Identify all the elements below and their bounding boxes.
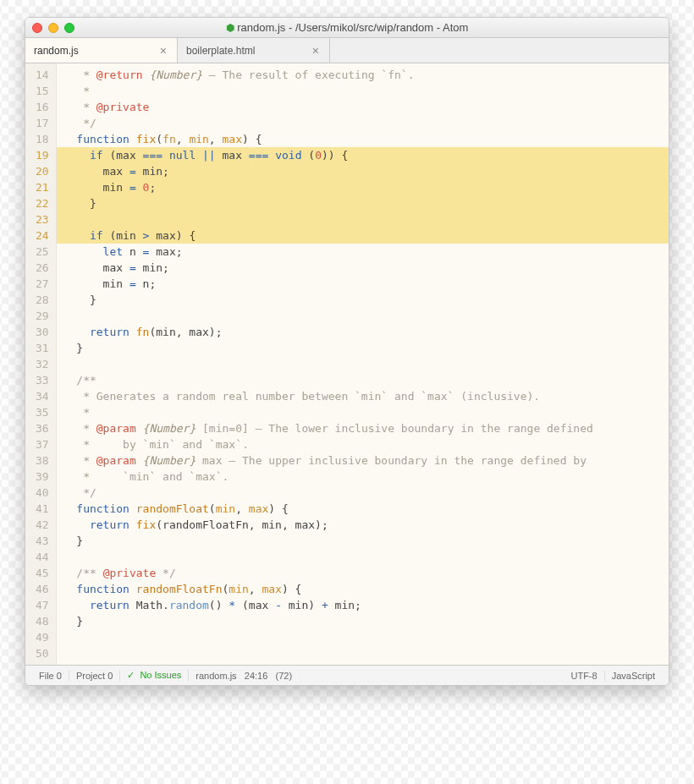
code-line[interactable]: if (max === null || max === void (0)) { bbox=[57, 147, 669, 163]
line-number[interactable]: 20 bbox=[36, 163, 49, 179]
line-number[interactable]: 38 bbox=[36, 452, 49, 469]
code-line[interactable]: /** @private */ bbox=[57, 565, 669, 581]
close-icon[interactable]: × bbox=[158, 44, 168, 58]
line-number[interactable]: 24 bbox=[36, 228, 49, 244]
code-line[interactable]: * `min` and `max`. bbox=[57, 469, 669, 485]
line-number[interactable]: 46 bbox=[36, 581, 49, 597]
line-number[interactable]: 23 bbox=[36, 211, 49, 228]
code-line[interactable]: } bbox=[57, 195, 669, 211]
code-line[interactable]: * @param {Number} max – The upper inclus… bbox=[57, 452, 669, 469]
minimize-icon[interactable] bbox=[48, 23, 58, 33]
code-line[interactable] bbox=[57, 549, 669, 565]
close-icon[interactable] bbox=[32, 23, 42, 33]
status-issues[interactable]: ✓ No Issues bbox=[120, 670, 189, 681]
line-number[interactable]: 43 bbox=[36, 533, 49, 549]
tab-random-js[interactable]: random.js× bbox=[25, 38, 178, 63]
line-number[interactable]: 48 bbox=[36, 613, 49, 629]
line-number[interactable]: 30 bbox=[36, 324, 49, 340]
line-number[interactable]: 22 bbox=[36, 195, 49, 211]
code-line[interactable] bbox=[57, 629, 669, 645]
code-line[interactable]: if (min > max) { bbox=[57, 228, 669, 244]
status-project[interactable]: Project 0 bbox=[69, 671, 120, 681]
code-line[interactable]: */ bbox=[57, 115, 669, 131]
titlebar[interactable]: ⬢ random.js - /Users/mikol/src/wip/rando… bbox=[25, 18, 669, 38]
code-line[interactable]: min = n; bbox=[57, 276, 669, 292]
status-cursor[interactable]: random.js 24:16 (72) bbox=[189, 671, 299, 681]
status-bar: File 0 Project 0 ✓ No Issues random.js 2… bbox=[25, 665, 669, 685]
line-number[interactable]: 40 bbox=[36, 485, 49, 501]
code-line[interactable]: * @return {Number} – The result of execu… bbox=[57, 67, 669, 83]
close-icon[interactable]: × bbox=[311, 44, 321, 58]
line-number[interactable]: 15 bbox=[36, 83, 49, 99]
code-token: * bbox=[63, 85, 90, 97]
status-encoding[interactable]: UTF-8 bbox=[564, 671, 604, 681]
code-line[interactable]: function randomFloat(min, max) { bbox=[57, 501, 669, 517]
line-number[interactable]: 50 bbox=[36, 645, 49, 661]
line-number[interactable]: 37 bbox=[36, 436, 49, 452]
code-line[interactable]: * by `min` and `max`. bbox=[57, 436, 669, 452]
code-token: randomFloat bbox=[136, 502, 209, 515]
line-number[interactable]: 14 bbox=[36, 67, 49, 83]
code-line[interactable]: max = min; bbox=[57, 163, 669, 179]
line-number[interactable]: 42 bbox=[36, 517, 49, 533]
line-number[interactable]: 47 bbox=[36, 597, 49, 613]
line-number[interactable]: 31 bbox=[36, 340, 49, 356]
code-token: Math bbox=[136, 599, 162, 611]
line-number[interactable]: 41 bbox=[36, 501, 49, 517]
line-number[interactable]: 44 bbox=[36, 549, 49, 565]
line-number[interactable]: 19 bbox=[36, 147, 49, 163]
maximize-icon[interactable] bbox=[64, 23, 74, 33]
code-token: , bbox=[249, 583, 262, 595]
code-line[interactable]: return Math.random() * (max - min) + min… bbox=[57, 597, 669, 613]
status-language[interactable]: JavaScript bbox=[605, 671, 662, 681]
code-line[interactable] bbox=[57, 211, 669, 228]
line-number[interactable]: 32 bbox=[36, 356, 49, 372]
code-token: {Number} bbox=[143, 422, 196, 435]
line-number[interactable]: 21 bbox=[36, 179, 49, 195]
line-number[interactable]: 36 bbox=[36, 420, 49, 436]
code-line[interactable]: function randomFloatFn(min, max) { bbox=[57, 581, 669, 597]
code-line[interactable] bbox=[57, 308, 669, 324]
code-line[interactable]: * Generates a random real number between… bbox=[57, 388, 669, 404]
code-line[interactable] bbox=[57, 645, 669, 661]
line-number[interactable]: 29 bbox=[36, 308, 49, 324]
line-number[interactable]: 26 bbox=[36, 260, 49, 276]
line-number[interactable]: 39 bbox=[36, 469, 49, 485]
code-line[interactable]: return fn(min, max); bbox=[57, 324, 669, 340]
code-line[interactable]: /** bbox=[57, 372, 669, 388]
line-number[interactable]: 49 bbox=[36, 629, 49, 645]
code-line[interactable]: * bbox=[57, 83, 669, 99]
code-line[interactable]: min = 0; bbox=[57, 179, 669, 195]
code-line[interactable]: * bbox=[57, 404, 669, 420]
line-number[interactable]: 18 bbox=[36, 131, 49, 147]
line-number[interactable]: 16 bbox=[36, 99, 49, 115]
line-number[interactable]: 17 bbox=[36, 115, 49, 131]
code-token: fn bbox=[136, 326, 150, 338]
code-line[interactable]: } bbox=[57, 533, 669, 549]
line-number[interactable]: 27 bbox=[36, 276, 49, 292]
code-line[interactable]: function fix(fn, min, max) { bbox=[57, 131, 669, 147]
code-token: max – The upper inclusive boundary in th… bbox=[196, 454, 587, 467]
status-file[interactable]: File 0 bbox=[32, 671, 69, 681]
line-number[interactable]: 35 bbox=[36, 404, 49, 420]
line-gutter[interactable]: 1415161718192021222324252627282930313233… bbox=[25, 63, 57, 665]
line-number[interactable]: 45 bbox=[36, 565, 49, 581]
code-line[interactable]: } bbox=[57, 340, 669, 356]
code-line[interactable]: * @private bbox=[57, 99, 669, 115]
code-token: return bbox=[63, 518, 136, 531]
code-line[interactable]: max = min; bbox=[57, 260, 669, 276]
line-number[interactable]: 25 bbox=[36, 244, 49, 260]
code-line[interactable]: return fix(randomFloatFn, min, max); bbox=[57, 517, 669, 533]
code-line[interactable]: */ bbox=[57, 485, 669, 501]
code-line[interactable]: let n = max; bbox=[57, 244, 669, 260]
code-line[interactable] bbox=[57, 356, 669, 372]
line-number[interactable]: 34 bbox=[36, 388, 49, 404]
code-line[interactable]: } bbox=[57, 613, 669, 629]
code-line[interactable]: } bbox=[57, 292, 669, 308]
code-area[interactable]: * @return {Number} – The result of execu… bbox=[57, 63, 669, 665]
line-number[interactable]: 33 bbox=[36, 372, 49, 388]
code-line[interactable]: * @param {Number} [min=0] – The lower in… bbox=[57, 420, 669, 436]
tab-boilerplate-html[interactable]: boilerplate.html× bbox=[178, 38, 330, 63]
code-token: (min, max); bbox=[149, 326, 222, 338]
line-number[interactable]: 28 bbox=[36, 292, 49, 308]
